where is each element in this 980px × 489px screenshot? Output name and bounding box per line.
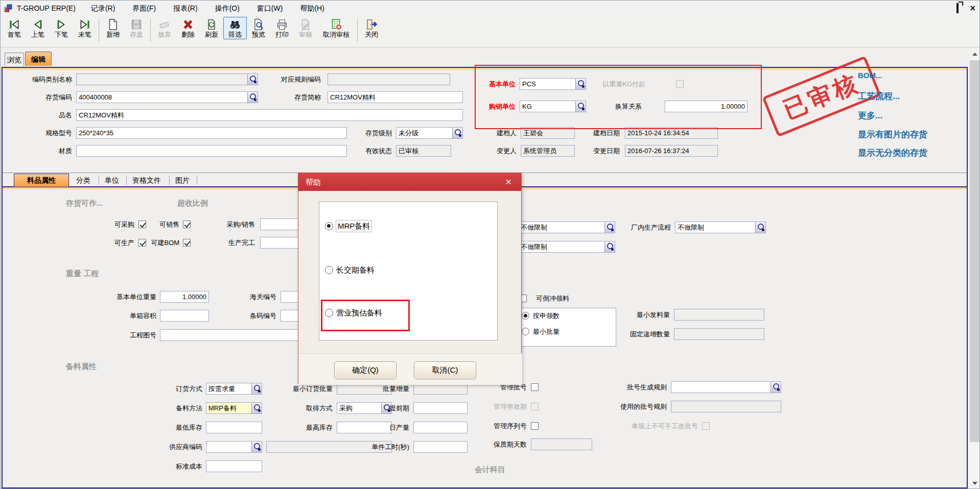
link-bom[interactable]: BOM... (858, 71, 882, 80)
drawing-no-field[interactable] (160, 329, 313, 341)
sales-unit-field[interactable]: KG (520, 101, 586, 112)
bom-allowed-checkbox[interactable] (183, 239, 191, 247)
toolbar-preview-button[interactable]: 预览 (247, 17, 270, 39)
base-unit-field[interactable]: PCS (520, 78, 586, 90)
manage-batch-checkbox[interactable] (531, 383, 539, 391)
option-long-lead-label[interactable]: 长交期备料 (336, 265, 375, 275)
option-forecast-label[interactable]: 营业预估备料 (336, 308, 382, 318)
daily-output-field[interactable] (413, 422, 468, 433)
menu-interface[interactable]: 界面(F) (127, 1, 161, 16)
by-apply-radio[interactable] (522, 312, 529, 320)
link-show-uncategorized[interactable]: 显示无分类的存货 (858, 147, 927, 159)
lookup-icon[interactable] (247, 91, 258, 103)
lookup-icon[interactable] (604, 222, 615, 233)
purchasable-checkbox[interactable] (138, 221, 146, 228)
inv-short-field[interactable]: CR12MOV精料 (328, 91, 463, 103)
rule-code-field[interactable] (328, 74, 450, 85)
min-stock-field[interactable] (206, 422, 262, 433)
manage-serial-checkbox[interactable] (531, 422, 539, 430)
lookup-icon[interactable] (247, 74, 258, 85)
menu-bar: T-GROUP ERP(E) 记录(R) 界面(F) 报表(R) 操作(O) 窗… (1, 1, 980, 16)
link-show-with-image[interactable]: 显示有图片的存货 (858, 129, 927, 140)
scrollbar-thumb[interactable] (970, 60, 979, 442)
lookup-icon[interactable] (771, 381, 781, 393)
restriction1-field[interactable]: 不做限制 (518, 222, 615, 233)
toolbar-first-button[interactable]: 首笔 (3, 17, 26, 39)
dialog-close-icon[interactable]: × (502, 175, 515, 189)
app-menu[interactable]: T-GROUP ERP(E) (4, 4, 76, 13)
menu-record[interactable]: 记录(R) (86, 1, 120, 16)
conversion-field[interactable]: 1.00000 (665, 101, 748, 112)
menu-window[interactable]: 窗口(W) (252, 1, 288, 16)
coding-category-field[interactable] (76, 74, 258, 85)
lookup-icon[interactable] (251, 441, 262, 453)
material-field[interactable] (76, 145, 347, 157)
box-volume-field[interactable] (160, 310, 209, 322)
dtab-category[interactable]: 分类 (72, 174, 95, 187)
close-window-icon[interactable]: × (970, 1, 975, 15)
unit-hours-field[interactable] (413, 441, 468, 453)
link-more[interactable]: 更多... (858, 110, 882, 121)
cancel-button[interactable]: 取消(C) (414, 361, 476, 379)
toolbar-refresh-button[interactable]: 刷新 (200, 17, 223, 39)
menu-report[interactable]: 报表(R) (168, 1, 202, 16)
toolbar-separator (357, 19, 358, 42)
menu-help[interactable]: 帮助(H) (295, 1, 329, 16)
inv-level-field[interactable]: 未分级 (396, 127, 463, 139)
restore-icon[interactable] (956, 4, 959, 12)
lookup-icon[interactable] (604, 241, 615, 253)
tab-browse[interactable]: 浏览 (5, 53, 24, 66)
dtab-attributes[interactable]: 料品属性 (14, 174, 69, 187)
min-batch-radio[interactable] (522, 328, 529, 335)
scroll-up-icon[interactable] (969, 49, 980, 59)
ok-button[interactable]: 确定(Q) (334, 361, 396, 379)
std-cost-label: 标准成本 (144, 460, 202, 473)
link-process-flow[interactable]: 工艺流程... (858, 90, 900, 102)
backup-method-field[interactable]: MRP备料 (206, 402, 262, 414)
lookup-icon[interactable] (251, 402, 262, 414)
toolbar-print-button[interactable]: 打印 (270, 17, 294, 39)
lookup-icon[interactable] (575, 78, 586, 90)
option-mrp-label[interactable]: MRP备料 (336, 221, 371, 232)
scroll-down-icon[interactable] (969, 478, 980, 488)
order-mode-field[interactable]: 按需求量 (206, 383, 262, 395)
factory-flow-field[interactable]: 不做限制 (675, 222, 766, 233)
lookup-icon[interactable] (575, 101, 586, 112)
producible-checkbox[interactable] (138, 239, 146, 247)
option-long-lead-radio[interactable] (325, 266, 333, 274)
product-name-field[interactable]: CR12MOV精料 (76, 109, 463, 121)
lookup-icon[interactable] (452, 127, 463, 139)
option-mrp-radio[interactable] (325, 222, 333, 230)
toolbar-save-button: 存盘 (125, 17, 148, 39)
batch-rule-field[interactable] (671, 381, 781, 393)
option-forecast-radio[interactable] (325, 309, 333, 317)
toolbar-new-button[interactable]: 新增 (101, 17, 125, 39)
toolbar-cancel-audit-button[interactable]: 取消审核 (317, 17, 355, 39)
lead-time-field[interactable] (413, 402, 468, 414)
toolbar-filter-button[interactable]: 筛选 (223, 17, 247, 39)
tab-edit[interactable]: 编辑 (25, 52, 52, 66)
dtab-image[interactable]: 图片 (171, 174, 194, 187)
lookup-icon[interactable] (755, 222, 766, 233)
sellable-checkbox[interactable] (183, 221, 191, 228)
dtab-qualification[interactable]: 资格文件 (128, 174, 165, 187)
dialog-header[interactable] (298, 173, 521, 191)
toolbar-delete-button[interactable]: 删除 (176, 17, 200, 39)
dialog-footer (298, 353, 522, 385)
spec-field[interactable]: 250*240*35 (76, 127, 347, 139)
base-unit-weight-field[interactable]: 1.00000 (160, 291, 209, 303)
std-cost-field[interactable] (206, 460, 262, 472)
toolbar-close-button[interactable]: 关闭 (360, 17, 383, 39)
restriction2-field[interactable]: 不做限制 (518, 241, 615, 253)
lookup-icon[interactable] (251, 383, 262, 395)
dtab-unit[interactable]: 单位 (101, 174, 123, 187)
vertical-scrollbar[interactable] (969, 49, 980, 488)
supplier-code-field[interactable] (206, 441, 262, 453)
menu-operate[interactable]: 操作(O) (210, 1, 245, 16)
batch-rule-label: 批号生成规则 (612, 381, 667, 394)
toolbar-next-button[interactable]: 下笔 (50, 17, 73, 39)
toolbar-last-button[interactable]: 末笔 (73, 17, 97, 39)
inv-code-field[interactable]: 400400008 (76, 91, 258, 103)
toolbar-prev-button[interactable]: 上笔 (26, 17, 50, 39)
order-mode-label: 订货方式 (144, 383, 202, 395)
